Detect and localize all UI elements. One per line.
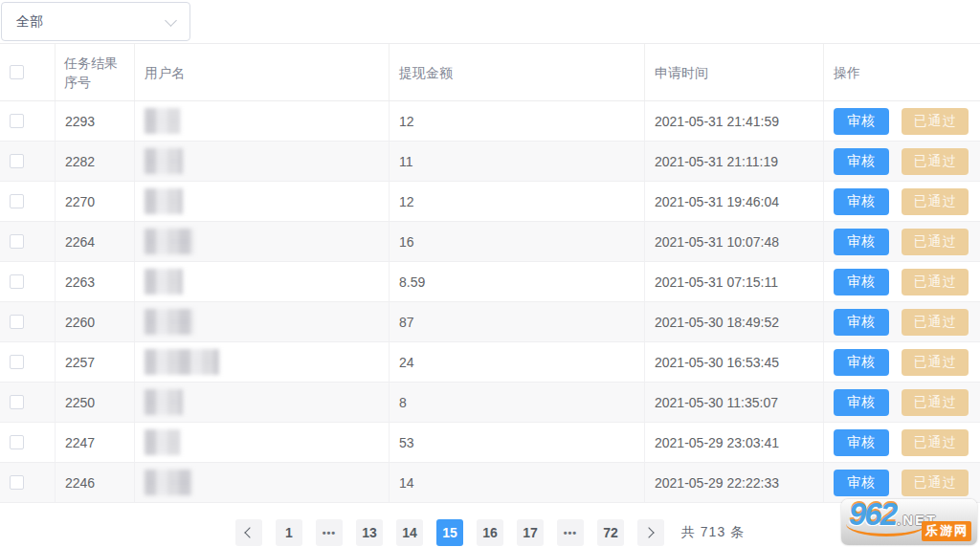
row-actions-cell: 审核 已通过 (824, 342, 980, 382)
row-actions-cell: 审核 已通过 (824, 262, 980, 301)
row-time: 2021-05-29 22:22:33 (645, 463, 824, 502)
review-button[interactable]: 审核 (834, 269, 889, 295)
page-button-17[interactable]: 17 (517, 519, 544, 546)
row-amount: 11 (390, 142, 645, 181)
review-button[interactable]: 审核 (834, 309, 889, 336)
filter-select[interactable]: 全部 (1, 2, 190, 41)
row-checkbox-cell (0, 142, 56, 181)
withdrawal-review-page: { "filter": { "value": "全部" }, "table": … (0, 0, 980, 547)
approved-button[interactable]: 已通过 (902, 229, 969, 255)
username-blur (145, 269, 183, 295)
page-button-72[interactable]: 72 (597, 519, 624, 546)
row-task-id: 2264 (56, 222, 135, 261)
row-checkbox-cell (0, 101, 56, 141)
row-checkbox-cell (0, 423, 56, 462)
review-button[interactable]: 审核 (834, 108, 889, 135)
row-checkbox-cell (0, 302, 56, 341)
username-blur (145, 188, 183, 214)
row-actions-cell: 审核 已通过 (824, 423, 980, 462)
approved-button[interactable]: 已通过 (902, 389, 969, 416)
review-button[interactable]: 审核 (834, 389, 889, 416)
pagination: 1•••1314151617•••72 共 713 条 (0, 519, 980, 546)
withdrawals-table: 任务结果序号 用户名 提现金额 申请时间 操作 2293 12 2021-05-… (0, 43, 980, 503)
row-actions-cell: 审核 已通过 (824, 182, 980, 221)
row-actions-cell: 审核 已通过 (824, 302, 980, 341)
approved-button[interactable]: 已通过 (902, 148, 969, 175)
row-amount: 12 (390, 182, 645, 221)
table-row: 2282 11 2021-05-31 21:11:19 审核 已通过 (0, 142, 980, 182)
row-checkbox[interactable] (10, 114, 24, 128)
row-amount: 8.59 (390, 262, 645, 301)
pagination-more-button[interactable]: ••• (557, 519, 584, 546)
row-checkbox[interactable] (10, 274, 24, 289)
review-button[interactable]: 审核 (834, 188, 889, 215)
row-time: 2021-05-29 23:03:41 (645, 423, 824, 462)
username-blur (145, 309, 194, 335)
row-time: 2021-05-31 21:41:59 (645, 101, 824, 141)
row-checkbox-cell (0, 342, 56, 382)
row-amount: 8 (390, 383, 645, 422)
row-checkbox[interactable] (10, 475, 24, 490)
prev-page-button[interactable] (235, 519, 262, 546)
username-blur (145, 349, 219, 375)
row-checkbox[interactable] (10, 395, 24, 409)
table-row: 2246 14 2021-05-29 22:22:33 审核 已通过 (0, 463, 980, 503)
row-actions-cell: 审核 已通过 (824, 463, 980, 502)
row-amount: 24 (390, 342, 645, 382)
select-all-checkbox[interactable] (10, 65, 24, 79)
approved-button[interactable]: 已通过 (902, 470, 969, 496)
table-row: 2250 8 2021-05-30 11:35:07 审核 已通过 (0, 383, 980, 423)
review-button[interactable]: 审核 (834, 229, 889, 255)
review-button[interactable]: 审核 (834, 148, 889, 175)
page-button-14[interactable]: 14 (396, 519, 423, 546)
row-checkbox-cell (0, 463, 56, 502)
row-checkbox[interactable] (10, 355, 24, 369)
column-header-task-id: 任务结果序号 (56, 44, 135, 100)
row-username-cell (135, 182, 390, 221)
approved-button[interactable]: 已通过 (902, 188, 969, 215)
column-header-actions: 操作 (824, 44, 980, 100)
approved-button[interactable]: 已通过 (902, 309, 969, 336)
filter-select-value: 全部 (16, 13, 43, 31)
row-actions-cell: 审核 已通过 (824, 222, 980, 261)
page-button-16[interactable]: 16 (477, 519, 503, 546)
approved-button[interactable]: 已通过 (902, 269, 969, 295)
page-button-13[interactable]: 13 (356, 519, 383, 546)
row-checkbox[interactable] (10, 154, 24, 168)
row-task-id: 2270 (56, 182, 135, 221)
row-checkbox-cell (0, 383, 56, 422)
row-amount: 12 (390, 101, 645, 141)
page-button-1[interactable]: 1 (276, 519, 302, 546)
review-button[interactable]: 审核 (834, 429, 889, 456)
row-task-id: 2260 (56, 302, 135, 341)
approved-button[interactable]: 已通过 (902, 108, 969, 135)
row-task-id: 2257 (56, 342, 135, 382)
pagination-more-button[interactable]: ••• (316, 519, 343, 546)
row-username-cell (135, 463, 390, 502)
username-blur (145, 389, 183, 415)
approved-button[interactable]: 已通过 (902, 429, 969, 456)
username-blur (145, 229, 194, 254)
page-button-15[interactable]: 15 (436, 519, 463, 546)
table-row: 2263 8.59 2021-05-31 07:15:11 审核 已通过 (0, 262, 980, 302)
row-username-cell (135, 222, 390, 261)
row-username-cell (135, 302, 390, 341)
next-page-button[interactable] (637, 519, 664, 546)
column-header-apply-time: 申请时间 (645, 44, 824, 100)
row-checkbox[interactable] (10, 234, 24, 249)
table-row: 2247 53 2021-05-29 23:03:41 审核 已通过 (0, 423, 980, 463)
row-task-id: 2263 (56, 262, 135, 301)
chevron-right-icon (644, 527, 655, 537)
row-amount: 53 (390, 423, 645, 462)
table-body: 2293 12 2021-05-31 21:41:59 审核 已通过 2282 … (0, 101, 980, 503)
review-button[interactable]: 审核 (834, 349, 889, 376)
row-username-cell (135, 262, 390, 301)
row-checkbox[interactable] (10, 435, 24, 449)
table-row: 2257 24 2021-05-30 16:53:45 审核 已通过 (0, 342, 980, 383)
row-task-id: 2250 (56, 383, 135, 422)
row-checkbox[interactable] (10, 315, 24, 329)
approved-button[interactable]: 已通过 (902, 349, 969, 376)
review-button[interactable]: 审核 (834, 470, 889, 496)
row-checkbox[interactable] (10, 194, 24, 208)
table-header-row: 任务结果序号 用户名 提现金额 申请时间 操作 (0, 43, 980, 101)
